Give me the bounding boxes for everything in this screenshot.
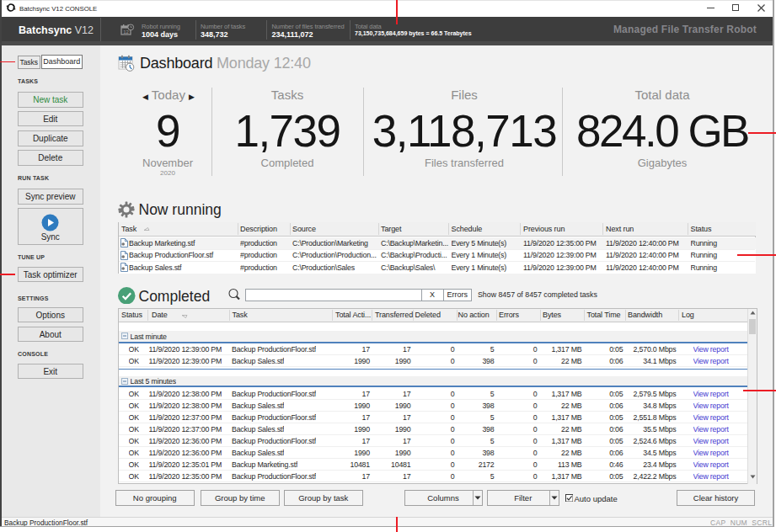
- svg-text:12: 12: [123, 29, 129, 35]
